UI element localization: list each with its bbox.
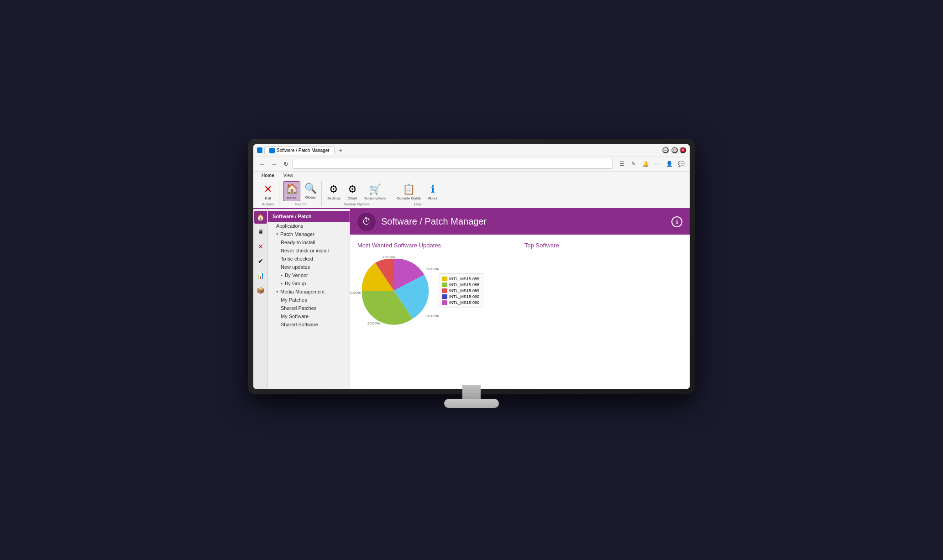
ribbon-tab-view[interactable]: View [279, 172, 298, 179]
tree-item-label: Media Management [280, 289, 325, 294]
legend-color-1 [442, 277, 447, 281]
sidebar-icons: 🏠 🖥 ✕ ✔ 📊 📦 [253, 209, 268, 389]
edit-icon-button[interactable]: ✎ [629, 159, 639, 169]
ribbon-buttons-help: 📋 Console Guide ℹ About [395, 182, 441, 201]
minimize-button[interactable]: ─ [662, 147, 669, 153]
tree-item-by-vendor[interactable]: ▸ By Vendor [268, 271, 350, 279]
ribbon: Home View ✕ Exit Actions [253, 172, 690, 209]
about-label: About [428, 196, 437, 200]
legend-item-3: INTL_MS15-089 [442, 288, 479, 293]
back-button[interactable]: ← [257, 159, 267, 169]
legend-color-5 [442, 300, 447, 305]
tree-item-media-management[interactable]: ▾ Media Management [268, 288, 350, 296]
monitor-screen: Software / Patch Manager + ─ □ ✕ ← → ↻ ☰… [253, 144, 690, 389]
user-icon-button[interactable]: 👤 [664, 159, 674, 169]
app-body: 🏠 🖥 ✕ ✔ 📊 📦 Software / Patch Application… [253, 209, 690, 389]
legend-item-4: INTL_MS15-090 [442, 294, 479, 299]
settings-button[interactable]: ⚙ Settings [325, 182, 342, 201]
about-button[interactable]: ℹ About [424, 182, 441, 201]
close-button[interactable]: ✕ [680, 147, 686, 153]
system-options-label: System Options [325, 202, 388, 206]
tree-item-label: To be checked [281, 256, 313, 262]
global-label: Global [305, 195, 315, 199]
global-button[interactable]: 🔍 Global [302, 181, 319, 201]
ribbon-group-help: 📋 Console Guide ℹ About Help [392, 182, 444, 206]
tree-item-label: Applications [276, 223, 303, 229]
sidebar-home-button[interactable]: 🏠 [254, 211, 267, 224]
console-guide-button[interactable]: 📋 Console Guide [395, 182, 423, 201]
legend-label-5: INTL_MS15-060 [449, 300, 479, 305]
subscriptions-icon: 🛒 [369, 183, 382, 196]
monitor-bezel: Software / Patch Manager + ─ □ ✕ ← → ↻ ☰… [248, 139, 695, 394]
tab-favicon-inner [269, 148, 275, 153]
home-label: Home [287, 196, 296, 200]
most-wanted-title: Most Wanted Software Updates [357, 242, 515, 249]
pct-label-5: 20.00% [350, 291, 361, 295]
tree-item-label: My Patches [281, 297, 307, 303]
sidebar-media-button[interactable]: 📦 [254, 284, 267, 297]
tree-item-never-check[interactable]: Never check or install [268, 246, 350, 255]
tree-item-label: Shared Patches [281, 305, 316, 311]
new-tab-button[interactable]: + [336, 146, 346, 155]
tree-item-new-updates[interactable]: New updates [268, 263, 350, 271]
sidebar-monitor-button[interactable]: 🖥 [254, 225, 267, 238]
stand-base [444, 399, 499, 408]
tree-item-shared-software[interactable]: Shared Software [268, 320, 350, 329]
tree-item-shared-patches[interactable]: Shared Patches [268, 304, 350, 312]
tree-item-my-patches[interactable]: My Patches [268, 296, 350, 304]
ribbon-tabs: Home View [253, 172, 690, 179]
refresh-button[interactable]: ↻ [281, 159, 291, 169]
ribbon-buttons-actions: ✕ Exit [260, 182, 276, 201]
pct-label-4: 20.00% [367, 321, 380, 325]
chart-section: Most Wanted Software Updates [357, 242, 515, 382]
content-info-button[interactable]: ℹ [671, 216, 682, 227]
forward-button[interactable]: → [269, 159, 279, 169]
browser-titlebar: Software / Patch Manager + ─ □ ✕ [253, 144, 690, 157]
ribbon-tab-home[interactable]: Home [257, 172, 279, 179]
actions-group-label: Actions [260, 202, 276, 206]
maximize-button[interactable]: □ [671, 147, 678, 153]
tab-item[interactable]: Software / Patch Manager [264, 147, 335, 154]
pie-chart: 20.00% 20.00% 20.00% 20.00% 20.00% [357, 254, 430, 327]
content-header-icon: ⏱ [357, 213, 376, 231]
menu-icon-button[interactable]: ☰ [617, 159, 627, 169]
legend-label-2: INTL_MS15-088 [449, 283, 479, 287]
stand-neck [462, 385, 481, 399]
legend-item-1: INTL_MS15-085 [442, 277, 479, 281]
tree-expand-icon: ▾ [276, 289, 278, 294]
settings-icon: ⚙ [327, 183, 340, 196]
legend-label-4: INTL_MS15-090 [449, 294, 479, 299]
top-software-title: Top Software [524, 242, 682, 249]
legend-item-5: INTL_MS15-060 [442, 300, 479, 305]
bell-icon-button[interactable]: 🔔 [640, 159, 650, 169]
browser-toolbar: ← → ↻ ☰ ✎ 🔔 ··· 👤 💬 [253, 157, 690, 172]
tree-item-my-software[interactable]: My Software [268, 312, 350, 320]
content-header: ⏱ Software / Patch Manager ℹ [350, 209, 690, 235]
tree-item-label: Patch Manager [280, 231, 314, 237]
tree-item-label: Ready to install [281, 240, 315, 245]
tree-item-patch-manager[interactable]: ▾ Patch Manager [268, 230, 350, 238]
sidebar-chart-button[interactable]: 📊 [254, 269, 267, 282]
client-button[interactable]: ⚙ Client [344, 182, 361, 201]
sidebar-tools-button[interactable]: ✕ [254, 240, 267, 253]
tree-item-applications[interactable]: Applications [268, 222, 350, 230]
tree-item-to-be-checked[interactable]: To be checked [268, 255, 350, 263]
ribbon-buttons-search: 🏠 Home 🔍 Global [283, 181, 319, 201]
content-header-title: Software / Patch Manager [381, 216, 666, 227]
tab-label: Software / Patch Manager [277, 148, 330, 153]
exit-button[interactable]: ✕ Exit [260, 182, 276, 201]
legend-item-2: INTL_MS15-088 [442, 283, 479, 287]
ribbon-group-actions: ✕ Exit Actions [257, 182, 279, 206]
tree-item-ready-install[interactable]: Ready to install [268, 238, 350, 246]
tree-item-by-group[interactable]: ▸ By Group [268, 279, 350, 288]
tree-expand-icon: ▸ [281, 281, 283, 286]
home-button[interactable]: 🏠 Home [283, 181, 300, 201]
ribbon-content: ✕ Exit Actions 🏠 Home [253, 179, 690, 208]
address-bar[interactable] [293, 159, 613, 169]
chat-icon-button[interactable]: 💬 [676, 159, 686, 169]
sidebar-check-button[interactable]: ✔ [254, 255, 267, 267]
subscriptions-button[interactable]: 🛒 Subscriptions [362, 182, 388, 201]
tree-expand-icon: ▾ [276, 232, 278, 236]
more-icon-button[interactable]: ··· [652, 159, 662, 169]
toolbar-icons: ☰ ✎ 🔔 ··· 👤 💬 [617, 159, 686, 169]
